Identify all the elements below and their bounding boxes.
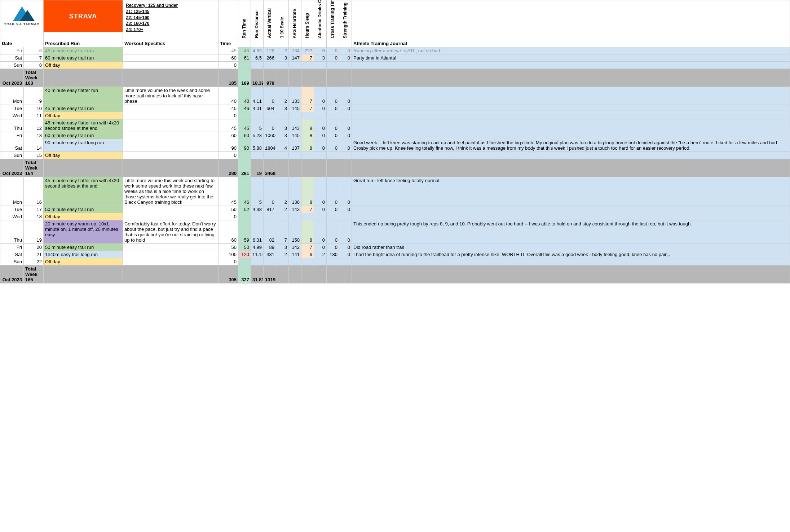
cell-strength[interactable] <box>339 152 352 159</box>
cell-scale[interactable] <box>276 258 289 265</box>
day-row[interactable]: Tue1045 minute easy trail run45464.01604… <box>0 105 790 112</box>
cell-journal[interactable] <box>352 258 790 265</box>
cell-journal[interactable]: Did road rather than trail <box>352 244 790 251</box>
cell-runtime[interactable] <box>238 258 251 265</box>
cell-drinks[interactable] <box>314 112 327 119</box>
cell-distance[interactable]: 4.01 <box>251 105 264 112</box>
cell-sleep[interactable] <box>301 112 314 119</box>
cell-scale[interactable]: 2 <box>276 47 289 54</box>
cell-time[interactable]: 0 <box>219 62 238 69</box>
cell-heartrate[interactable] <box>289 213 301 220</box>
cell-time[interactable]: 0 <box>219 213 238 220</box>
cell-runtime[interactable]: 90 <box>238 139 251 152</box>
cell-sleep[interactable]: 8 <box>301 177 314 206</box>
week-summary-row[interactable]: Oct 2023Total Week 16530532731.831319 <box>0 265 790 283</box>
cell-vertical[interactable] <box>264 213 276 220</box>
cell-vertical[interactable] <box>264 62 276 69</box>
cell-time[interactable]: 40 <box>219 87 238 105</box>
cell-journal[interactable]: Party time in Atlanta! <box>352 54 790 62</box>
cell-heartrate[interactable]: 143 <box>289 119 301 132</box>
cell-sleep[interactable]: 7 <box>301 244 314 251</box>
day-row[interactable]: Tue1750 minute easy trail run50524.38817… <box>0 206 790 213</box>
cell-runtime[interactable]: 45 <box>238 47 251 54</box>
cell-specifics[interactable] <box>123 62 219 69</box>
cell-distance[interactable]: 5 <box>251 177 264 206</box>
day-row[interactable]: Fri2050 minute easy trail run50504.99893… <box>0 244 790 251</box>
cell-scale[interactable]: 2 <box>276 251 289 258</box>
cell-drinks[interactable] <box>314 62 327 69</box>
cell-drinks[interactable]: 0 <box>314 177 327 206</box>
day-row[interactable]: Sat760 minute easy trail run60616.526631… <box>0 54 790 62</box>
cell-crosstrain[interactable]: 0 <box>327 139 339 152</box>
cell-crosstrain[interactable] <box>327 112 339 119</box>
cell-sleep[interactable]: 8 <box>301 139 314 152</box>
cell-journal[interactable] <box>352 213 790 220</box>
cell-runtime[interactable]: 45 <box>238 119 251 132</box>
cell-drinks[interactable]: 0 <box>314 244 327 251</box>
day-row[interactable]: Sun15Off day0 <box>0 152 790 159</box>
cell-sleep[interactable]: 8 <box>301 220 314 244</box>
cell-runtime[interactable]: 61 <box>238 54 251 62</box>
cell-runtime[interactable] <box>238 213 251 220</box>
cell-heartrate[interactable]: 145 <box>289 132 301 139</box>
day-row[interactable]: Thu1245 minute easy flatter run with 4x2… <box>0 119 790 132</box>
cell-journal[interactable] <box>352 62 790 69</box>
cell-journal[interactable]: Running after a redeye to ATL, not so ba… <box>352 47 790 54</box>
cell-distance[interactable]: 4.99 <box>251 244 264 251</box>
cell-vertical[interactable]: 604 <box>264 105 276 112</box>
cell-runtime[interactable]: 46 <box>238 177 251 206</box>
day-row[interactable]: Fri645 minute easy trail run45454.631282… <box>0 47 790 54</box>
cell-time[interactable]: 100 <box>219 251 238 258</box>
cell-distance[interactable]: 4.38 <box>251 206 264 213</box>
cell-strength[interactable] <box>339 112 352 119</box>
cell-crosstrain[interactable]: 0 <box>327 206 339 213</box>
cell-journal[interactable] <box>352 119 790 132</box>
cell-journal[interactable] <box>352 132 790 139</box>
cell-prescribed-run[interactable]: Off day <box>44 152 123 159</box>
cell-drinks[interactable]: 0 <box>314 87 327 105</box>
cell-specifics[interactable] <box>123 206 219 213</box>
cell-runtime[interactable] <box>238 152 251 159</box>
day-row[interactable]: Sun22Off day0 <box>0 258 790 265</box>
cell-crosstrain[interactable]: 0 <box>327 220 339 244</box>
cell-strength[interactable] <box>339 62 352 69</box>
cell-crosstrain[interactable]: 0 <box>327 132 339 139</box>
cell-time[interactable]: 50 <box>219 206 238 213</box>
cell-time[interactable]: 45 <box>219 105 238 112</box>
day-row[interactable]: Wed18Off day0 <box>0 213 790 220</box>
cell-distance[interactable] <box>251 213 264 220</box>
cell-journal[interactable] <box>352 105 790 112</box>
strava-logo[interactable]: STRAVA <box>44 0 123 40</box>
cell-time[interactable]: 60 <box>219 220 238 244</box>
cell-drinks[interactable]: 0 <box>314 139 327 152</box>
day-row[interactable]: Wed11Off day0 <box>0 112 790 119</box>
cell-crosstrain[interactable] <box>327 213 339 220</box>
cell-specifics[interactable] <box>123 251 219 258</box>
cell-prescribed-run[interactable]: 50 minute easy trail run <box>44 206 123 213</box>
cell-prescribed-run[interactable]: 90 minute easy trail long run <box>44 139 123 152</box>
cell-specifics[interactable]: Little more volume to the week and some … <box>123 87 219 105</box>
cell-scale[interactable]: 3 <box>276 54 289 62</box>
cell-prescribed-run[interactable]: 45 minute easy trail run <box>44 105 123 112</box>
cell-scale[interactable] <box>276 62 289 69</box>
cell-drinks[interactable] <box>314 213 327 220</box>
cell-distance[interactable] <box>251 152 264 159</box>
cell-prescribed-run[interactable]: 20 minute easy warm up, 10x1 minute on, … <box>44 220 123 244</box>
cell-drinks[interactable]: 0 <box>314 105 327 112</box>
day-row[interactable]: Sat211h40m easy trail long run10012011.1… <box>0 251 790 258</box>
cell-heartrate[interactable]: 142 <box>289 244 301 251</box>
cell-vertical[interactable]: 0 <box>264 119 276 132</box>
cell-vertical[interactable]: 331 <box>264 251 276 258</box>
cell-drinks[interactable] <box>314 152 327 159</box>
cell-specifics[interactable] <box>123 244 219 251</box>
trails-tarmac-logo[interactable]: TRAILS & TARMAC <box>0 0 44 40</box>
cell-prescribed-run[interactable]: 60 minute easy trail run <box>44 54 123 62</box>
day-row[interactable]: Sat1490 minute easy trail long run90905.… <box>0 139 790 152</box>
cell-runtime[interactable]: 120 <box>238 251 251 258</box>
cell-drinks[interactable]: 0 <box>314 220 327 244</box>
cell-heartrate[interactable] <box>289 62 301 69</box>
cell-strength[interactable]: 0 <box>339 206 352 213</box>
cell-drinks[interactable]: 0 <box>314 119 327 132</box>
cell-distance[interactable]: 4.63 <box>251 47 264 54</box>
cell-specifics[interactable] <box>123 152 219 159</box>
